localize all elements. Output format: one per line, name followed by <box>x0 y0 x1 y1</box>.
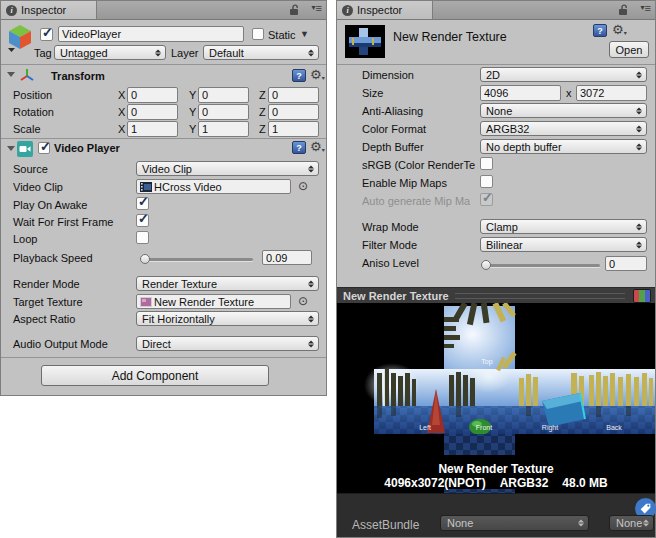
aniso-level-slider-thumb[interactable] <box>481 260 491 270</box>
open-label: Open <box>616 44 643 56</box>
lock-icon[interactable] <box>618 4 629 16</box>
axis-x-label: X <box>118 123 125 135</box>
scale-z-input[interactable] <box>268 121 319 137</box>
rotation-y-input[interactable] <box>198 104 249 120</box>
info-icon: i <box>6 5 17 16</box>
help-icon[interactable]: ? <box>593 24 607 37</box>
playback-speed-input[interactable] <box>262 250 312 265</box>
enable-mip-maps-checkbox[interactable] <box>480 175 493 188</box>
layer-label: Layer <box>171 47 199 59</box>
preview-header[interactable]: New Render Texture <box>337 287 655 304</box>
gameobject-cube-icon[interactable] <box>6 23 34 55</box>
tab-inspector[interactable]: i Inspector <box>337 1 433 19</box>
playback-speed-slider[interactable] <box>141 258 253 261</box>
panel-menu-icon[interactable]: ▾≡ <box>312 2 322 14</box>
loop-checkbox[interactable] <box>136 231 149 244</box>
gameobject-enabled-checkbox[interactable] <box>40 28 53 41</box>
panel-menu-icon[interactable]: ▾≡ <box>641 2 651 14</box>
depth-buffer-dropdown[interactable]: No depth buffer <box>480 139 647 154</box>
video-clip-object-field[interactable]: HCross Video <box>136 179 291 194</box>
gear-icon[interactable]: ⚙▾ <box>310 140 325 157</box>
video-clip-thumb-icon <box>140 182 152 192</box>
static-dropdown-icon[interactable]: ▼ <box>300 29 309 39</box>
wait-first-frame-checkbox[interactable] <box>136 214 149 227</box>
transform-foldout[interactable] <box>7 72 15 77</box>
size-label: Size <box>362 87 383 99</box>
target-texture-label: Target Texture <box>13 296 83 308</box>
rgb-channels-icon[interactable] <box>633 289 651 303</box>
preview-info-size: 4096x3072(NPOT) <box>384 476 485 490</box>
size-width-input[interactable] <box>480 85 561 101</box>
scale-x-input[interactable] <box>127 121 178 137</box>
layer-dropdown[interactable]: Default <box>203 45 319 60</box>
srgb-checkbox[interactable] <box>480 157 493 170</box>
position-y-input[interactable] <box>198 87 249 103</box>
static-label: Static <box>268 29 296 41</box>
axis-y-label: Y <box>189 123 196 135</box>
play-on-awake-checkbox[interactable] <box>136 197 149 210</box>
position-x-input[interactable] <box>127 87 178 103</box>
static-checkbox[interactable] <box>252 28 264 40</box>
preview-info-name: New Render Texture <box>337 462 655 476</box>
lock-icon[interactable] <box>289 4 300 16</box>
open-button[interactable]: Open <box>609 41 649 58</box>
row-label: Scale <box>13 123 41 135</box>
render-mode-value: Render Texture <box>142 278 217 290</box>
anti-aliasing-dropdown[interactable]: None <box>480 103 647 118</box>
dimension-dropdown[interactable]: 2D <box>480 67 647 82</box>
info-icon: i <box>342 5 353 16</box>
preview-info-format: ARGB32 <box>500 476 549 490</box>
assetbundle-variant-dropdown[interactable]: None <box>609 515 654 531</box>
object-picker-icon[interactable]: ⊙ <box>298 180 308 192</box>
aniso-level-slider[interactable] <box>482 264 600 267</box>
gear-icon[interactable]: ⚙▾ <box>310 68 325 85</box>
wrap-mode-dropdown[interactable]: Clamp <box>480 219 647 234</box>
face-label-right: Right <box>542 424 558 432</box>
render-mode-dropdown[interactable]: Render Texture <box>136 276 319 291</box>
help-icon[interactable]: ? <box>292 141 306 154</box>
gameobject-name-input[interactable] <box>58 26 244 42</box>
render-texture-preview: Top Left Front Right Back New Render Tex… <box>337 303 655 496</box>
anti-aliasing-label: Anti-Aliasing <box>362 105 423 117</box>
dropdown-arrows-icon <box>636 125 642 132</box>
color-format-value: ARGB32 <box>486 123 529 135</box>
aniso-level-input[interactable] <box>605 256 647 271</box>
render-mode-label: Render Mode <box>13 278 80 290</box>
aspect-ratio-dropdown[interactable]: Fit Horizontally <box>136 311 319 326</box>
color-format-dropdown[interactable]: ARGB32 <box>480 121 647 136</box>
loop-label: Loop <box>13 233 37 245</box>
video-player-enabled-checkbox[interactable] <box>38 142 50 154</box>
filter-mode-dropdown[interactable]: Bilinear <box>480 237 647 252</box>
depth-buffer-label: Depth Buffer <box>362 141 424 153</box>
filter-mode-label: Filter Mode <box>362 239 417 251</box>
source-dropdown[interactable]: Video Clip <box>136 161 319 176</box>
gear-icon[interactable]: ⚙▾ <box>612 23 627 40</box>
help-icon[interactable]: ? <box>292 69 306 82</box>
target-texture-object-field[interactable]: New Render Texture <box>136 294 291 309</box>
add-component-button[interactable]: Add Component <box>41 365 269 386</box>
tag-value: Untagged <box>60 47 108 59</box>
scale-y-input[interactable] <box>198 121 249 137</box>
axis-x-label: X <box>118 106 125 118</box>
transform-title[interactable]: Transform <box>51 70 105 82</box>
enable-mip-maps-label: Enable Mip Maps <box>362 177 447 189</box>
aniso-level-label: Aniso Level <box>362 257 419 269</box>
audio-output-mode-dropdown[interactable]: Direct <box>136 336 319 351</box>
axis-x-label: X <box>118 89 125 101</box>
preview-title: New Render Texture <box>343 290 449 302</box>
rotation-z-input[interactable] <box>268 104 319 120</box>
tab-inspector[interactable]: i Inspector <box>1 1 97 19</box>
axis-z-label: Z <box>259 123 266 135</box>
position-z-input[interactable] <box>268 87 319 103</box>
object-picker-icon[interactable]: ⊙ <box>298 295 308 307</box>
playback-speed-slider-thumb[interactable] <box>140 254 150 264</box>
dropdown-arrows-icon <box>636 71 642 78</box>
tab-bar: i Inspector ▾≡ <box>337 1 655 20</box>
video-player-foldout[interactable] <box>7 146 15 151</box>
rotation-x-input[interactable] <box>127 104 178 120</box>
size-height-input[interactable] <box>576 85 647 101</box>
tag-dropdown[interactable]: Untagged <box>54 45 166 60</box>
tab-label: Inspector <box>21 4 66 16</box>
assetbundle-dropdown[interactable]: None <box>440 515 589 531</box>
video-player-title[interactable]: Video Player <box>54 142 120 154</box>
